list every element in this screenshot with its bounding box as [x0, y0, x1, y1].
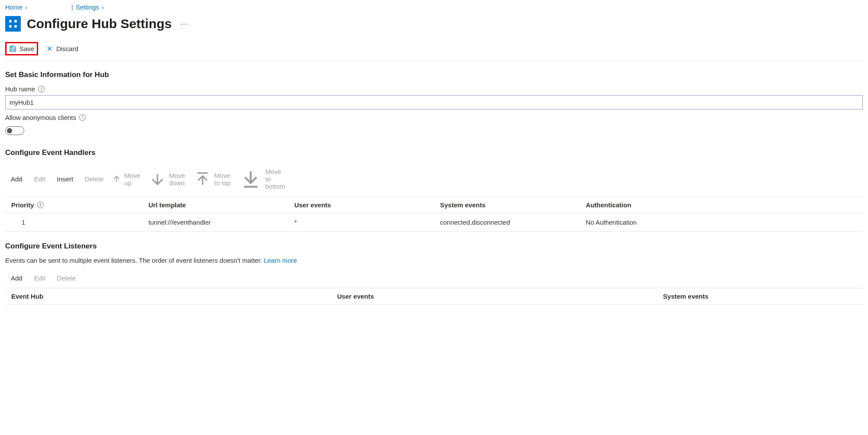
page-header: Configure Hub Settings ··· [5, 16, 863, 32]
table-row[interactable]: 1 tunnel:///eventhandler * connected,dis… [5, 213, 863, 232]
edit-label: Edit [34, 175, 45, 183]
close-icon [46, 45, 53, 52]
more-actions-button[interactable]: ··· [178, 19, 191, 29]
cell-system: connected,disconnected [434, 213, 580, 232]
breadcrumb-settings[interactable]: Settings [76, 3, 99, 11]
edit-button: Edit [31, 175, 45, 183]
delete-label: Delete [85, 175, 103, 183]
cell-priority: 1 [5, 213, 142, 232]
discard-button[interactable]: Discard [42, 42, 83, 55]
listeners-description: Events can be sent to multiple event lis… [5, 257, 863, 264]
moveup-label: Move up [124, 172, 140, 187]
hub-name-label-row: Hub name i [5, 85, 863, 93]
movebottom-button: Move to bottom [239, 168, 287, 190]
save-icon [9, 45, 16, 52]
breadcrumb-home[interactable]: Home [5, 3, 22, 11]
info-icon[interactable]: i [37, 202, 44, 208]
arrow-up-icon [112, 174, 121, 184]
allow-anon-label-row: Allow anonymous clients i [5, 114, 863, 121]
allow-anon-label: Allow anonymous clients [5, 114, 76, 121]
col-url: Url template [142, 197, 288, 213]
listeners-table: Event Hub User events System events [5, 288, 863, 305]
handlers-toolbar: Add Edit Insert Delete Move up Move down… [5, 163, 863, 197]
cell-url: tunnel:///eventhandler [142, 213, 288, 232]
hub-name-label: Hub name [5, 85, 35, 93]
col-system: System events [434, 197, 580, 213]
section-basic-info: Set Basic Information for Hub [5, 71, 863, 79]
col-user: User events [288, 197, 434, 213]
movetop-button: Move to top [194, 170, 231, 188]
movedown-label: Move down [169, 172, 185, 187]
add-button[interactable]: Add [8, 274, 22, 282]
add-label: Add [11, 274, 22, 282]
col-auth: Authentication [580, 197, 863, 213]
insert-button[interactable]: Insert [54, 175, 74, 183]
col-user: User events [331, 288, 657, 305]
add-label: Add [11, 175, 22, 183]
add-button[interactable]: Add [8, 175, 22, 183]
cell-user: * [288, 213, 434, 232]
save-button[interactable]: Save [5, 42, 38, 55]
allow-anon-toggle[interactable] [5, 126, 24, 135]
pipe-separator: | [71, 3, 73, 11]
listeners-toolbar: Add Edit Delete [5, 270, 863, 288]
service-icon [5, 16, 21, 32]
section-event-listeners: Configure Event Listeners [5, 242, 863, 251]
learn-more-link[interactable]: Learn more [264, 257, 297, 264]
arrow-down-icon [149, 171, 166, 188]
discard-label: Discard [56, 45, 78, 52]
col-system: System events [657, 288, 863, 305]
movebottom-label: Move to bottom [265, 168, 287, 190]
handlers-table: Priorityi Url template User events Syste… [5, 197, 863, 232]
edit-label: Edit [34, 274, 45, 282]
page-title: Configure Hub Settings [27, 16, 172, 31]
insert-label: Insert [57, 175, 74, 183]
delete-button: Delete [82, 175, 103, 183]
delete-button: Delete [54, 274, 76, 282]
section-event-handlers: Configure Event Handlers [5, 148, 863, 157]
moveup-button: Move up [112, 172, 140, 187]
info-icon[interactable]: i [38, 86, 45, 92]
listeners-desc-text: Events can be sent to multiple event lis… [5, 257, 264, 264]
arrow-top-icon [194, 170, 211, 188]
hub-name-input[interactable] [5, 95, 863, 110]
movetop-label: Move to top [215, 172, 231, 187]
col-eventhub: Event Hub [5, 288, 331, 305]
delete-label: Delete [57, 274, 76, 282]
cell-auth: No Authentication [580, 213, 863, 232]
breadcrumb: Home › | Settings › [5, 3, 863, 11]
col-priority: Priority [11, 201, 34, 209]
chevron-right-icon: › [102, 3, 104, 11]
edit-button: Edit [31, 274, 45, 282]
info-icon[interactable]: i [79, 114, 86, 121]
chevron-right-icon: › [25, 3, 27, 11]
save-label: Save [19, 45, 34, 52]
movedown-button: Move down [149, 171, 185, 188]
arrow-bottom-icon [239, 168, 262, 190]
command-bar: Save Discard [5, 42, 863, 61]
